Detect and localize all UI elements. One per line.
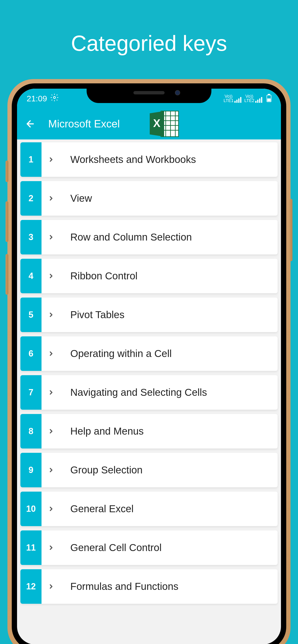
chevron-right-icon bbox=[42, 156, 61, 163]
chevron-right-icon bbox=[42, 350, 61, 357]
list-item[interactable]: 4Ribbon Control bbox=[20, 259, 278, 293]
signal-bars-icon bbox=[234, 97, 241, 103]
item-number: 6 bbox=[20, 336, 42, 371]
battery-icon bbox=[266, 95, 271, 102]
phone-camera bbox=[175, 90, 180, 95]
chevron-right-icon bbox=[42, 389, 61, 396]
item-label: General Excel bbox=[61, 503, 134, 514]
chevron-right-icon bbox=[42, 506, 61, 512]
chevron-right-icon bbox=[42, 583, 61, 590]
list-item[interactable]: 8Help and Menus bbox=[20, 414, 278, 448]
gear-icon bbox=[50, 94, 59, 104]
list-item[interactable]: 5Pivot Tables bbox=[20, 298, 278, 332]
item-number: 7 bbox=[20, 375, 42, 410]
status-time: 21:09 bbox=[27, 94, 47, 103]
item-label: Pivot Tables bbox=[61, 309, 124, 320]
list-item[interactable]: 7Navigating and Selecting Cells bbox=[20, 375, 278, 410]
item-number: 10 bbox=[20, 492, 42, 526]
item-label: Row and Column Selection bbox=[61, 232, 192, 243]
chevron-right-icon bbox=[42, 544, 61, 551]
chevron-right-icon bbox=[42, 428, 61, 434]
phone-volume-up bbox=[6, 201, 9, 242]
item-label: Operating within a Cell bbox=[61, 348, 172, 360]
item-label: Worksheets and Workbooks bbox=[61, 154, 196, 165]
chevron-right-icon bbox=[42, 273, 61, 279]
item-label: View bbox=[61, 192, 92, 204]
excel-logo-icon: X bbox=[146, 108, 182, 140]
item-label: Ribbon Control bbox=[61, 270, 137, 282]
back-button[interactable] bbox=[24, 118, 36, 130]
item-number: 12 bbox=[20, 569, 42, 604]
list-item[interactable]: 12Formulas and Functions bbox=[20, 569, 278, 604]
item-label: General Cell Control bbox=[61, 542, 162, 554]
list-item[interactable]: 11General Cell Control bbox=[20, 530, 278, 565]
list-item[interactable]: 3Row and Column Selection bbox=[20, 220, 278, 254]
svg-point-0 bbox=[54, 96, 56, 99]
app-header: Microsoft Excel X bbox=[17, 108, 281, 140]
phone-screen: 21:09 Vo)) LTE1 bbox=[17, 89, 281, 644]
item-label: Formulas and Functions bbox=[61, 581, 179, 592]
network-indicator-1: Vo)) LTE1 bbox=[224, 94, 242, 103]
network-indicator-2: Vo)) LTE2 bbox=[244, 94, 262, 103]
svg-text:X: X bbox=[153, 117, 161, 130]
list-item[interactable]: 9Group Selection bbox=[20, 453, 278, 487]
phone-silent-switch bbox=[6, 160, 9, 182]
item-number: 9 bbox=[20, 453, 42, 487]
item-number: 1 bbox=[20, 142, 42, 177]
item-label: Help and Menus bbox=[61, 426, 144, 437]
phone-volume-down bbox=[6, 254, 9, 295]
signal-bars-icon bbox=[255, 97, 262, 103]
list-item[interactable]: 6Operating within a Cell bbox=[20, 336, 278, 371]
phone-frame: 21:09 Vo)) LTE1 bbox=[8, 79, 290, 644]
chevron-right-icon bbox=[42, 195, 61, 202]
item-number: 11 bbox=[20, 530, 42, 565]
item-number: 5 bbox=[20, 298, 42, 332]
item-number: 2 bbox=[20, 181, 42, 216]
chevron-right-icon bbox=[42, 234, 61, 240]
phone-speaker bbox=[133, 91, 165, 94]
header-title: Microsoft Excel bbox=[48, 118, 120, 130]
chevron-right-icon bbox=[42, 312, 61, 318]
list-item[interactable]: 2View bbox=[20, 181, 278, 216]
phone-notch bbox=[87, 84, 211, 103]
list-item[interactable]: 1Worksheets and Workbooks bbox=[20, 142, 278, 177]
item-number: 3 bbox=[20, 220, 42, 254]
list-item[interactable]: 10General Excel bbox=[20, 492, 278, 526]
chevron-right-icon bbox=[42, 467, 61, 474]
page-title: Categoried keys bbox=[0, 0, 298, 56]
phone-power-button bbox=[289, 199, 292, 261]
item-number: 8 bbox=[20, 414, 42, 448]
category-list: 1Worksheets and Workbooks2View3Row and C… bbox=[17, 140, 281, 606]
item-number: 4 bbox=[20, 259, 42, 293]
item-label: Group Selection bbox=[61, 464, 142, 476]
item-label: Navigating and Selecting Cells bbox=[61, 387, 207, 398]
